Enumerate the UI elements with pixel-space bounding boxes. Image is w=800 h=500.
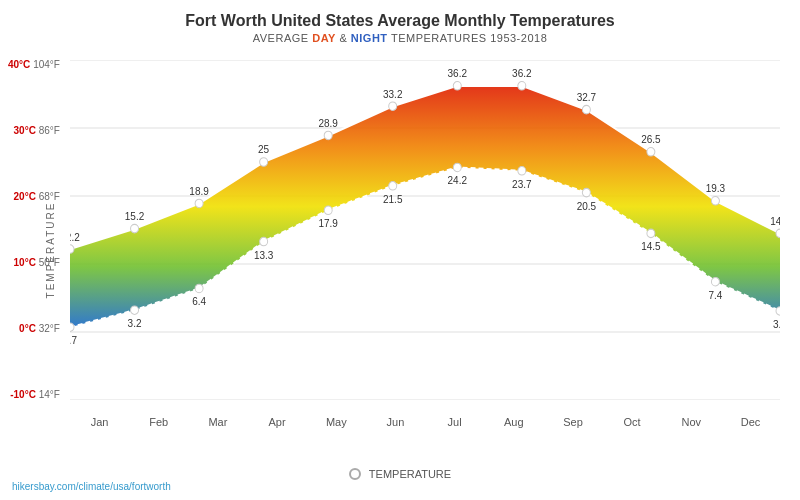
high-label: 36.2 xyxy=(512,68,532,79)
low-label: 14.5 xyxy=(641,241,661,252)
high-dot xyxy=(711,197,719,206)
subtitle-night: NIGHT xyxy=(351,32,388,44)
chart-title: Fort Worth United States Average Monthly… xyxy=(0,0,800,30)
high-label: 28.9 xyxy=(318,118,338,129)
low-label: 13.3 xyxy=(254,249,274,260)
low-dot xyxy=(131,306,139,315)
x-tick: Nov xyxy=(662,416,721,428)
high-dot xyxy=(453,82,461,91)
low-dot xyxy=(776,307,780,316)
x-tick: Jul xyxy=(425,416,484,428)
x-tick: Oct xyxy=(603,416,662,428)
low-label: 23.7 xyxy=(512,179,532,190)
chart-svg: 12.215.218.92528.933.236.236.232.726.519… xyxy=(70,60,780,400)
high-dot xyxy=(324,131,332,140)
high-dot xyxy=(70,245,74,254)
low-label: 3.2 xyxy=(128,318,142,329)
low-dot xyxy=(518,167,526,176)
high-label: 19.3 xyxy=(706,183,726,194)
high-label: 12.2 xyxy=(70,231,80,242)
x-tick: Jun xyxy=(366,416,425,428)
low-dot xyxy=(324,206,332,215)
temp-area xyxy=(70,86,780,327)
high-label: 14.5 xyxy=(770,216,780,227)
legend-area: TEMPERATURE xyxy=(0,468,800,480)
low-dot xyxy=(389,182,397,191)
x-tick: Aug xyxy=(484,416,543,428)
x-tick: Mar xyxy=(188,416,247,428)
x-tick: Sep xyxy=(543,416,602,428)
high-label: 36.2 xyxy=(448,68,468,79)
low-dot xyxy=(260,237,268,246)
x-axis-labels: JanFebMarAprMayJunJulAugSepOctNovDec xyxy=(70,416,780,428)
low-dot xyxy=(70,323,74,332)
x-tick: May xyxy=(307,416,366,428)
low-dot xyxy=(711,277,719,286)
legend-dot xyxy=(349,468,361,480)
legend-label: TEMPERATURE xyxy=(369,468,451,480)
high-dot xyxy=(518,82,526,91)
low-label: 6.4 xyxy=(192,296,206,307)
y-tick: 20°C 68°F xyxy=(8,192,60,202)
y-tick: 40°C 104°F xyxy=(8,60,60,70)
high-label: 32.7 xyxy=(577,92,597,103)
y-axis-ticks: 40°C 104°F30°C 86°F20°C 68°F10°C 50°F0°C… xyxy=(8,60,60,400)
x-tick: Dec xyxy=(721,416,780,428)
subtitle-separator: & xyxy=(336,32,351,44)
high-label: 26.5 xyxy=(641,134,661,145)
low-label: 20.5 xyxy=(577,200,597,211)
subtitle-suffix: TEMPERATURES 1953-2018 xyxy=(388,32,548,44)
chart-area: 12.215.218.92528.933.236.236.232.726.519… xyxy=(70,60,780,400)
high-label: 33.2 xyxy=(383,88,403,99)
subtitle-day: DAY xyxy=(312,32,336,44)
y-tick: 0°C 32°F xyxy=(8,324,60,334)
high-dot xyxy=(131,224,139,233)
low-label: 17.9 xyxy=(318,218,338,229)
low-label: 7.4 xyxy=(709,289,723,300)
y-tick: -10°C 14°F xyxy=(8,390,60,400)
low-dot xyxy=(647,229,655,238)
subtitle-prefix: AVERAGE xyxy=(253,32,312,44)
low-dot xyxy=(453,163,461,172)
high-label: 25 xyxy=(258,144,269,155)
low-label: 24.2 xyxy=(448,175,468,186)
watermark: hikersbay.com/climate/usa/fortworth xyxy=(12,481,171,492)
high-label: 18.9 xyxy=(189,186,209,197)
low-dot xyxy=(582,188,590,197)
x-tick: Feb xyxy=(129,416,188,428)
x-tick: Jan xyxy=(70,416,129,428)
high-dot xyxy=(582,105,590,114)
high-dot xyxy=(260,158,268,167)
high-dot xyxy=(389,102,397,111)
chart-subtitle: AVERAGE DAY & NIGHT TEMPERATURES 1953-20… xyxy=(0,32,800,44)
high-dot xyxy=(776,229,780,238)
low-label: 0.7 xyxy=(70,335,77,346)
high-dot xyxy=(195,199,203,208)
high-label: 15.2 xyxy=(125,211,145,222)
low-label: 3.1 xyxy=(773,319,780,330)
chart-container: Fort Worth United States Average Monthly… xyxy=(0,0,800,500)
y-tick: 10°C 50°F xyxy=(8,258,60,268)
y-tick: 30°C 86°F xyxy=(8,126,60,136)
low-dot xyxy=(195,284,203,293)
high-dot xyxy=(647,148,655,157)
low-label: 21.5 xyxy=(383,194,403,205)
x-tick: Apr xyxy=(248,416,307,428)
